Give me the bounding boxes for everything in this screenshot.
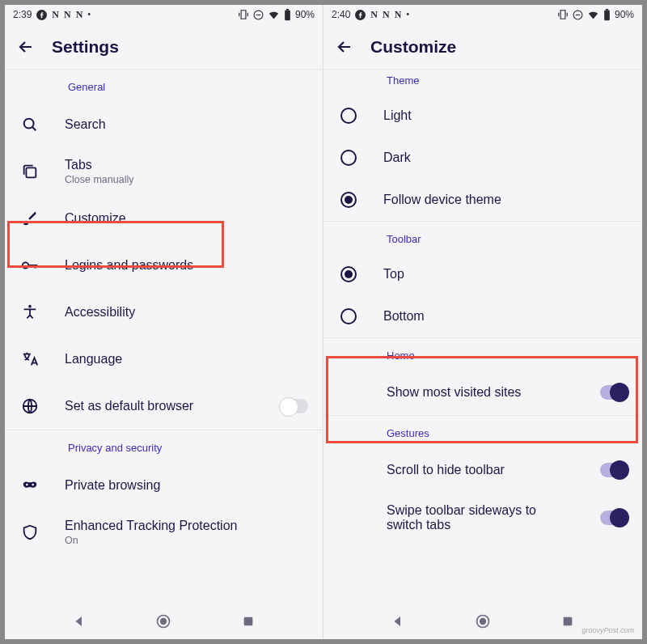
scroll-hide-row[interactable]: Scroll to hide toolbar <box>324 447 642 493</box>
nav-home-button[interactable] <box>154 612 172 630</box>
default-browser-label: Set as default browser <box>65 399 247 413</box>
nav-recent-button[interactable] <box>559 612 577 630</box>
scroll-hide-toggle[interactable] <box>600 463 628 477</box>
svg-point-14 <box>161 619 167 625</box>
show-most-visited-row[interactable]: Show most visited sites <box>324 370 642 415</box>
logins-label: Logins and passwords <box>65 258 308 273</box>
svg-line-6 <box>32 127 36 130</box>
tracking-sublabel: On <box>65 535 308 546</box>
more-notifications-icon: • <box>406 11 409 19</box>
facebook-icon <box>355 10 366 20</box>
toolbar-top-label: Top <box>383 267 628 282</box>
radio-checked-icon[interactable] <box>340 192 357 208</box>
show-most-visited-toggle[interactable] <box>600 385 628 400</box>
customize-label: Customize <box>65 211 308 226</box>
battery-icon <box>284 9 291 21</box>
radio-icon[interactable] <box>340 108 357 124</box>
theme-follow-row[interactable]: Follow device theme <box>324 179 642 221</box>
wifi-icon <box>587 9 599 21</box>
battery-percent: 90% <box>295 9 315 20</box>
battery-icon <box>603 9 611 21</box>
back-arrow-icon[interactable] <box>335 37 354 57</box>
shield-icon <box>21 523 39 541</box>
svg-rect-20 <box>606 9 608 11</box>
app-bar: Settings <box>5 24 323 70</box>
section-header-privacy: Privacy and security <box>5 430 323 462</box>
nav-back-button[interactable] <box>389 612 407 630</box>
watermark: groovyPost.com <box>581 626 634 634</box>
logins-row[interactable]: Logins and passwords <box>5 242 323 289</box>
svg-point-11 <box>26 484 28 486</box>
settings-content: General Search Tabs Close manually <box>5 70 323 604</box>
section-header-general: General <box>5 70 323 101</box>
radio-icon[interactable] <box>340 150 357 166</box>
swipe-switch-label: Swipe toolbar sideways to switch tabs <box>387 503 565 532</box>
svg-point-5 <box>24 119 34 129</box>
tracking-label: Enhanced Tracking Protection <box>65 519 308 533</box>
theme-follow-label: Follow device theme <box>383 193 628 207</box>
back-arrow-icon[interactable] <box>16 37 36 57</box>
language-row[interactable]: Language <box>5 336 323 383</box>
tabs-row[interactable]: Tabs Close manually <box>5 148 323 195</box>
svg-rect-7 <box>26 167 36 177</box>
status-time: 2:40 <box>332 9 350 20</box>
svg-rect-15 <box>243 617 252 626</box>
radio-checked-icon[interactable] <box>340 266 357 282</box>
radio-icon[interactable] <box>340 308 357 324</box>
globe-icon <box>21 397 39 415</box>
status-bar: 2:39 N N N • 90% <box>5 5 323 24</box>
language-label: Language <box>65 352 308 366</box>
section-header-toolbar: Toolbar <box>324 222 642 253</box>
svg-point-8 <box>23 262 28 268</box>
customize-content: Theme Light Dark Follow device theme Too… <box>324 70 642 604</box>
private-browsing-label: Private browsing <box>65 478 308 493</box>
appbar-title: Settings <box>52 37 119 57</box>
section-header-home: Home <box>324 338 642 370</box>
settings-screen: 2:39 N N N • 90% Settings General <box>5 5 324 639</box>
vibrate-icon <box>557 9 569 20</box>
default-browser-toggle[interactable] <box>281 399 308 413</box>
svg-point-9 <box>28 305 32 308</box>
private-browsing-row[interactable]: Private browsing <box>5 462 323 509</box>
appbar-title: Customize <box>370 37 456 57</box>
accessibility-row[interactable]: Accessibility <box>5 289 323 336</box>
toolbar-top-row[interactable]: Top <box>324 253 642 295</box>
search-icon <box>21 116 39 133</box>
wifi-icon <box>268 9 280 21</box>
netflix-icon: N <box>383 9 390 21</box>
svg-rect-3 <box>285 10 290 20</box>
netflix-icon: N <box>52 9 59 21</box>
more-notifications-icon: • <box>87 11 91 19</box>
section-header-gestures: Gestures <box>324 416 642 447</box>
accessibility-icon <box>21 303 39 321</box>
default-browser-row[interactable]: Set as default browser <box>5 383 323 430</box>
customize-screen: 2:40 N N N • 90% Customize Theme <box>324 5 642 639</box>
theme-light-row[interactable]: Light <box>324 95 642 137</box>
netflix-icon: N <box>395 9 402 21</box>
nav-home-button[interactable] <box>474 612 492 630</box>
swipe-switch-toggle[interactable] <box>600 511 628 525</box>
dnd-icon <box>253 10 264 20</box>
theme-dark-label: Dark <box>383 150 628 165</box>
android-navbar <box>5 604 323 639</box>
show-most-visited-label: Show most visited sites <box>387 385 566 400</box>
facebook-icon <box>36 10 47 20</box>
tabs-icon <box>21 163 39 180</box>
dnd-icon <box>573 10 583 20</box>
theme-dark-row[interactable]: Dark <box>324 137 642 179</box>
nav-recent-button[interactable] <box>239 612 257 630</box>
tabs-sublabel: Close manually <box>65 174 308 185</box>
toolbar-bottom-row[interactable]: Bottom <box>324 295 642 337</box>
brush-icon <box>21 210 39 227</box>
nav-back-button[interactable] <box>70 612 88 630</box>
app-bar: Customize <box>324 24 642 70</box>
netflix-icon: N <box>64 9 71 21</box>
status-bar: 2:40 N N N • 90% <box>324 5 642 24</box>
tracking-protection-row[interactable]: Enhanced Tracking Protection On <box>5 509 323 556</box>
swipe-switch-row[interactable]: Swipe toolbar sideways to switch tabs <box>324 493 642 543</box>
search-row[interactable]: Search <box>5 101 323 148</box>
accessibility-label: Accessibility <box>65 305 308 320</box>
svg-rect-4 <box>286 9 289 11</box>
svg-rect-19 <box>604 10 610 20</box>
customize-row[interactable]: Customize <box>5 195 323 242</box>
